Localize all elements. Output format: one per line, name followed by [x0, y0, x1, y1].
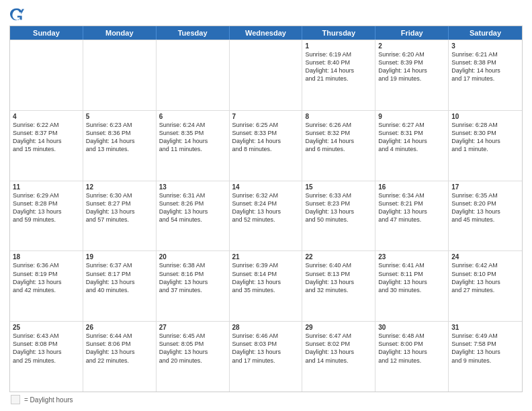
cell-line: and 30 minutes. [378, 286, 445, 294]
cell-line: Daylight: 13 hours [451, 208, 519, 216]
cal-cell-16: 16Sunrise: 6:34 AMSunset: 8:21 PMDayligh… [375, 181, 449, 251]
day-number: 21 [232, 253, 300, 261]
cal-cell-5: 5Sunrise: 6:23 AMSunset: 8:36 PMDaylight… [83, 111, 157, 181]
cell-line: Daylight: 13 hours [86, 348, 153, 356]
day-number: 1 [305, 42, 372, 50]
cell-line: and 17 minutes. [451, 75, 519, 83]
cell-line: Daylight: 13 hours [86, 278, 153, 286]
cell-line: Sunrise: 6:28 AM [451, 121, 519, 129]
cell-line: Sunrise: 6:19 AM [305, 50, 372, 58]
calendar-week-2: 4Sunrise: 6:22 AMSunset: 8:37 PMDaylight… [10, 110, 522, 181]
weekday-header-wednesday: Wednesday [230, 26, 303, 40]
cell-line: Sunrise: 6:34 AM [378, 191, 445, 199]
cal-cell-empty [10, 40, 83, 110]
cell-line: Daylight: 13 hours [13, 208, 80, 216]
cell-line: Daylight: 14 hours [86, 137, 153, 145]
cell-line: and 32 minutes. [305, 286, 372, 294]
calendar: SundayMondayTuesdayWednesdayThursdayFrid… [9, 26, 523, 392]
cal-cell-3: 3Sunrise: 6:21 AMSunset: 8:38 PMDaylight… [449, 40, 522, 110]
logo-icon [9, 7, 24, 21]
cell-line: Sunrise: 6:26 AM [305, 121, 372, 129]
day-number: 26 [86, 324, 153, 331]
cell-line: Sunset: 8:17 PM [86, 270, 153, 278]
cal-cell-24: 24Sunrise: 6:42 AMSunset: 8:10 PMDayligh… [449, 251, 522, 321]
cal-cell-8: 8Sunrise: 6:26 AMSunset: 8:32 PMDaylight… [302, 111, 375, 181]
cell-line: Daylight: 13 hours [305, 208, 372, 216]
day-number: 16 [378, 183, 445, 191]
cell-line: and 11 minutes. [159, 145, 226, 153]
cell-line: Daylight: 13 hours [159, 208, 226, 216]
cell-line: Sunrise: 6:22 AM [13, 121, 80, 129]
cell-line: Sunrise: 6:41 AM [378, 261, 445, 269]
cell-line: Sunrise: 6:42 AM [451, 261, 519, 269]
day-number: 7 [232, 113, 300, 120]
cell-line: Sunset: 8:13 PM [305, 270, 372, 278]
cell-line: Sunset: 8:21 PM [378, 199, 445, 208]
cell-line: Sunrise: 6:20 AM [378, 50, 445, 58]
weekday-header-saturday: Saturday [449, 26, 522, 40]
cal-cell-28: 28Sunrise: 6:46 AMSunset: 8:03 PMDayligh… [230, 322, 303, 392]
cell-line: Sunrise: 6:44 AM [86, 332, 153, 340]
cell-line: Daylight: 13 hours [232, 278, 300, 286]
cell-line: Sunset: 8:27 PM [86, 199, 153, 208]
cal-cell-4: 4Sunrise: 6:22 AMSunset: 8:37 PMDaylight… [10, 111, 83, 181]
day-number: 4 [13, 113, 80, 120]
weekday-header-friday: Friday [375, 26, 449, 40]
cell-line: Daylight: 14 hours [305, 137, 372, 145]
cell-line: Sunrise: 6:37 AM [86, 261, 153, 269]
cell-line: Sunset: 8:24 PM [232, 199, 300, 208]
cal-cell-12: 12Sunrise: 6:30 AMSunset: 8:27 PMDayligh… [83, 181, 157, 251]
cell-line: Sunset: 8:28 PM [13, 199, 80, 208]
cell-line: Daylight: 13 hours [305, 348, 372, 356]
cell-line: Daylight: 13 hours [451, 278, 519, 286]
cell-line: and 54 minutes. [159, 216, 226, 224]
cell-line: and 19 minutes. [378, 75, 445, 83]
cal-cell-20: 20Sunrise: 6:38 AMSunset: 8:16 PMDayligh… [157, 251, 230, 321]
cell-line: and 12 minutes. [378, 357, 445, 365]
cell-line: Daylight: 14 hours [451, 66, 519, 75]
cell-line: Daylight: 13 hours [378, 208, 445, 216]
cell-line: Daylight: 14 hours [378, 66, 445, 75]
cell-line: Sunset: 8:36 PM [86, 129, 153, 137]
cell-line: Sunrise: 6:21 AM [451, 50, 519, 58]
cal-cell-13: 13Sunrise: 6:31 AMSunset: 8:26 PMDayligh… [157, 181, 230, 251]
cal-cell-23: 23Sunrise: 6:41 AMSunset: 8:11 PMDayligh… [375, 251, 449, 321]
cal-cell-27: 27Sunrise: 6:45 AMSunset: 8:05 PMDayligh… [157, 322, 230, 392]
cell-line: and 14 minutes. [305, 357, 372, 365]
cell-line: Sunset: 8:38 PM [451, 58, 519, 66]
day-number: 22 [305, 253, 372, 261]
day-number: 11 [13, 183, 80, 191]
cell-line: Sunrise: 6:39 AM [232, 261, 300, 269]
cell-line: Sunrise: 6:30 AM [86, 191, 153, 199]
cell-line: Sunset: 8:10 PM [451, 270, 519, 278]
cal-cell-25: 25Sunrise: 6:43 AMSunset: 8:08 PMDayligh… [10, 322, 83, 392]
cell-line: and 50 minutes. [305, 216, 372, 224]
weekday-header-monday: Monday [83, 26, 157, 40]
cell-line: Sunset: 8:35 PM [159, 129, 226, 137]
day-number: 9 [378, 113, 445, 120]
cell-line: Daylight: 13 hours [232, 348, 300, 356]
weekday-header-sunday: Sunday [10, 26, 83, 40]
cell-line: and 13 minutes. [86, 145, 153, 153]
cell-line: and 6 minutes. [305, 145, 372, 153]
cell-line: Daylight: 13 hours [378, 348, 445, 356]
cell-line: Sunrise: 6:33 AM [305, 191, 372, 199]
cell-line: Sunset: 8:08 PM [13, 340, 80, 348]
cal-cell-18: 18Sunrise: 6:36 AMSunset: 8:19 PMDayligh… [10, 251, 83, 321]
day-number: 6 [159, 113, 226, 120]
cell-line: and 40 minutes. [86, 286, 153, 294]
cell-line: Daylight: 13 hours [13, 278, 80, 286]
cell-line: Sunrise: 6:46 AM [232, 332, 300, 340]
day-number: 30 [378, 324, 445, 331]
weekday-header-thursday: Thursday [302, 26, 375, 40]
cell-line: Daylight: 14 hours [378, 137, 445, 145]
cell-line: Sunset: 8:23 PM [305, 199, 372, 208]
cell-line: Sunrise: 6:31 AM [159, 191, 226, 199]
cell-line: Sunset: 8:14 PM [232, 270, 300, 278]
day-number: 5 [86, 113, 153, 120]
legend: = Daylight hours [9, 392, 523, 406]
day-number: 14 [232, 183, 300, 191]
day-number: 25 [13, 324, 80, 331]
cell-line: Daylight: 13 hours [305, 278, 372, 286]
calendar-body: 1Sunrise: 6:19 AMSunset: 8:40 PMDaylight… [10, 40, 522, 392]
